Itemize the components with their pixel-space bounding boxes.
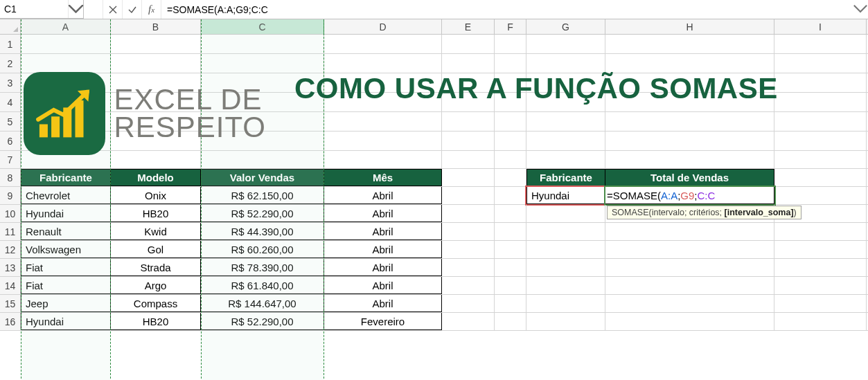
cell-B10[interactable]: HB20 xyxy=(111,205,201,222)
row-header-2[interactable]: 2 xyxy=(0,54,21,73)
cell-F15[interactable] xyxy=(495,295,526,312)
cell-D2[interactable] xyxy=(324,54,442,73)
col-header-A[interactable]: A xyxy=(21,19,111,34)
name-box-dropdown[interactable] xyxy=(68,0,83,18)
select-all-corner[interactable] xyxy=(0,19,21,34)
cell-B11[interactable]: Kwid xyxy=(111,223,201,240)
col-header-H[interactable]: H xyxy=(605,19,774,34)
cell-E5[interactable] xyxy=(442,112,495,131)
cell-B12[interactable]: Gol xyxy=(111,241,201,258)
cell-E11[interactable] xyxy=(442,223,495,240)
row-header-4[interactable]: 4 xyxy=(0,93,21,111)
cell-A16[interactable]: Hyundai xyxy=(21,313,111,330)
row-header-6[interactable]: 6 xyxy=(0,132,21,150)
cell-D7[interactable] xyxy=(324,151,442,168)
cell-F1[interactable] xyxy=(495,35,526,53)
cell-A9[interactable]: Chevrolet xyxy=(21,187,111,204)
cell-H13[interactable] xyxy=(605,259,774,276)
cell-H8[interactable]: Total de Vendas xyxy=(605,169,774,186)
cell-G10[interactable] xyxy=(526,205,605,222)
cell-G16[interactable] xyxy=(526,313,605,330)
cell-E6[interactable] xyxy=(442,132,495,150)
cell-E8[interactable] xyxy=(442,169,495,186)
cell-F16[interactable] xyxy=(495,313,526,330)
cell-H6[interactable] xyxy=(605,132,774,150)
cell-E14[interactable] xyxy=(442,277,495,294)
cell-G7[interactable] xyxy=(526,151,605,168)
cell-I16[interactable] xyxy=(774,313,867,330)
cell-F11[interactable] xyxy=(495,223,526,240)
row-header-7[interactable]: 7 xyxy=(0,151,21,168)
cell-H1[interactable] xyxy=(605,35,774,53)
cell-G13[interactable] xyxy=(526,259,605,276)
col-header-G[interactable]: G xyxy=(526,19,605,34)
cell-H14[interactable] xyxy=(605,277,774,294)
row-header-9[interactable]: 9 xyxy=(0,187,21,204)
cell-G5[interactable] xyxy=(526,112,605,131)
cell-H12[interactable] xyxy=(605,241,774,258)
cell-G11[interactable] xyxy=(526,223,605,240)
cell-A1[interactable] xyxy=(21,35,111,53)
cell-E9[interactable] xyxy=(442,187,495,204)
row-header-12[interactable]: 12 xyxy=(0,241,21,258)
formula-input[interactable] xyxy=(161,0,853,19)
row-header-3[interactable]: 3 xyxy=(0,73,21,92)
cell-F8[interactable] xyxy=(495,169,526,186)
cell-E1[interactable] xyxy=(442,35,495,53)
cell-D5[interactable] xyxy=(324,112,442,131)
row-header-8[interactable]: 8 xyxy=(0,169,21,186)
cell-E2[interactable] xyxy=(442,54,495,73)
cell-C8[interactable]: Valor Vendas xyxy=(201,169,324,186)
col-header-B[interactable]: B xyxy=(111,19,201,34)
cell-C16[interactable]: R$ 52.290,00 xyxy=(201,313,324,330)
cell-D10[interactable]: Abril xyxy=(324,205,442,222)
cell-C12[interactable]: R$ 60.260,00 xyxy=(201,241,324,258)
cell-B8[interactable]: Modelo xyxy=(111,169,201,186)
row-header-15[interactable]: 15 xyxy=(0,295,21,312)
cell-D6[interactable] xyxy=(324,132,442,150)
cell-H5[interactable] xyxy=(605,112,774,131)
cell-I12[interactable] xyxy=(774,241,867,258)
cell-I3[interactable] xyxy=(774,73,867,92)
cell-C15[interactable]: R$ 144.647,00 xyxy=(201,295,324,312)
cell-G8[interactable]: Fabricante xyxy=(526,169,605,186)
cell-G2[interactable] xyxy=(526,54,605,73)
col-header-I[interactable]: I xyxy=(774,19,867,34)
cell-H7[interactable] xyxy=(605,151,774,168)
cell-G12[interactable] xyxy=(526,241,605,258)
cell-C11[interactable]: R$ 44.390,00 xyxy=(201,223,324,240)
cell-A13[interactable]: Fiat xyxy=(21,259,111,276)
cell-F9[interactable] xyxy=(495,187,526,204)
cell-E10[interactable] xyxy=(442,205,495,222)
cell-I1[interactable] xyxy=(774,35,867,53)
cell-F5[interactable] xyxy=(495,112,526,131)
cell-C9[interactable]: R$ 62.150,00 xyxy=(201,187,324,204)
cell-H9[interactable]: =SOMASE(A:A;G9;C:CSOMASE(intervalo; crit… xyxy=(605,187,774,204)
cell-D16[interactable]: Fevereiro xyxy=(324,313,442,330)
cell-G6[interactable] xyxy=(526,132,605,150)
cell-B15[interactable]: Compass xyxy=(111,295,201,312)
row-header-14[interactable]: 14 xyxy=(0,277,21,294)
col-header-C[interactable]: C xyxy=(201,19,324,34)
cell-G14[interactable] xyxy=(526,277,605,294)
cell-I4[interactable] xyxy=(774,93,867,111)
cell-C10[interactable]: R$ 52.290,00 xyxy=(201,205,324,222)
cell-E7[interactable] xyxy=(442,151,495,168)
row-header-10[interactable]: 10 xyxy=(0,205,21,222)
cancel-formula-button[interactable] xyxy=(103,0,123,19)
cell-C1[interactable] xyxy=(201,35,324,53)
cell-B14[interactable]: Argo xyxy=(111,277,201,294)
cell-F6[interactable] xyxy=(495,132,526,150)
insert-function-button[interactable]: fx xyxy=(142,0,161,19)
row-header-16[interactable]: 16 xyxy=(0,313,21,330)
row-header-11[interactable]: 11 xyxy=(0,223,21,240)
cell-G15[interactable] xyxy=(526,295,605,312)
cell-D9[interactable]: Abril xyxy=(324,187,442,204)
cell-E13[interactable] xyxy=(442,259,495,276)
enter-formula-button[interactable] xyxy=(123,0,142,19)
row-header-5[interactable]: 5 xyxy=(0,112,21,131)
cell-F2[interactable] xyxy=(495,54,526,73)
cell-I13[interactable] xyxy=(774,259,867,276)
cell-I15[interactable] xyxy=(774,295,867,312)
cell-H15[interactable] xyxy=(605,295,774,312)
